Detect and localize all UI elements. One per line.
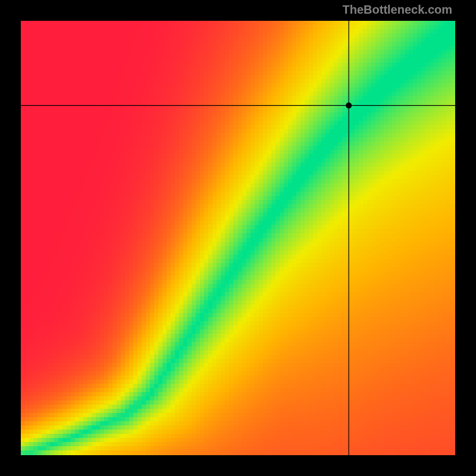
watermark-text: TheBottleneck.com xyxy=(343,3,452,17)
chart-frame: TheBottleneck.com xyxy=(0,0,476,476)
bottleneck-heatmap xyxy=(21,21,455,455)
